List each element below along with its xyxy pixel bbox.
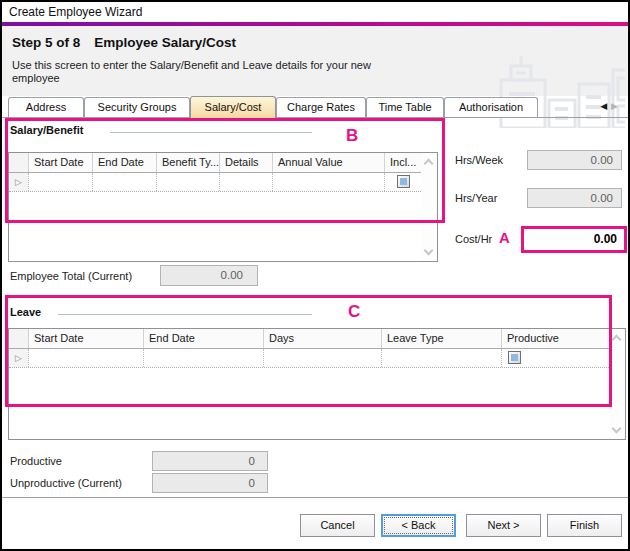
tab-time-table[interactable]: Time Table — [366, 97, 444, 117]
leave-cell-productive — [502, 349, 609, 367]
employee-total-field: 0.00 — [160, 265, 258, 286]
unproductive-label: Unproductive (Current) — [10, 477, 122, 489]
step-number: Step 5 of 8 — [12, 35, 80, 50]
productive-label: Productive — [10, 455, 62, 467]
tab-scroll-arrows: ◀▶ — [600, 101, 622, 111]
cost-hr-label: Cost/Hr — [455, 233, 492, 245]
tab-charge-rates[interactable]: Charge Rates — [276, 97, 366, 117]
annotation-letter-b: B — [346, 126, 358, 146]
salary-col-details[interactable]: Details — [220, 153, 273, 172]
page-title: Employee Salary/Cost — [94, 35, 236, 50]
employee-total-label: Employee Total (Current) — [10, 270, 132, 282]
cancel-button[interactable]: Cancel — [300, 514, 375, 537]
step-heading: Step 5 of 8Employee Salary/Cost — [12, 35, 236, 50]
step-description: Use this screen to enter the Salary/Bene… — [12, 59, 432, 85]
leave-col-start-date[interactable]: Start Date — [29, 329, 144, 348]
leave-cell-days[interactable] — [264, 349, 382, 367]
salary-cell-start-date[interactable] — [29, 173, 93, 191]
hrs-year-field: 0.00 — [527, 188, 622, 208]
salary-grid-corner-cell — [9, 153, 29, 172]
salary-grid-scrollbar[interactable] — [421, 153, 437, 261]
scroll-down-icon[interactable] — [424, 246, 434, 256]
salary-col-benefit-type[interactable]: Benefit Ty... — [157, 153, 220, 172]
leave-col-days[interactable]: Days — [264, 329, 382, 348]
salary-cell-end-date[interactable] — [93, 173, 157, 191]
salary-cell-details[interactable] — [220, 173, 273, 191]
salary-cell-benefit-type[interactable] — [157, 173, 220, 191]
finish-button[interactable]: Finish — [547, 514, 622, 537]
tab-strip-baseline — [2, 117, 628, 118]
salary-col-annual-value[interactable]: Annual Value — [273, 153, 385, 172]
leave-col-leave-type[interactable]: Leave Type — [382, 329, 502, 348]
window-title: Create Employee Wizard — [9, 5, 142, 19]
tab-scroll-right-icon[interactable]: ▶ — [611, 101, 622, 111]
leave-col-productive[interactable]: Productive — [502, 329, 609, 348]
hrs-week-field: 0.00 — [527, 150, 622, 170]
salary-col-end-date[interactable]: End Date — [93, 153, 157, 172]
salary-cell-include — [385, 173, 421, 191]
annotation-letter-c: C — [348, 302, 360, 322]
tab-scroll-left-icon[interactable]: ◀ — [600, 101, 611, 111]
hrs-week-label: Hrs/Week — [455, 154, 503, 166]
productive-field: 0 — [152, 451, 268, 471]
scroll-up-icon[interactable] — [424, 159, 434, 169]
tab-security-groups[interactable]: Security Groups — [84, 97, 190, 117]
tab-salary-cost[interactable]: Salary/Cost — [190, 96, 276, 118]
leave-cell-start-date[interactable] — [29, 349, 144, 367]
include-checkbox[interactable] — [397, 175, 410, 188]
scroll-down-icon[interactable] — [612, 424, 622, 434]
leave-grid-scrollbar[interactable] — [609, 329, 625, 439]
back-button[interactable]: < Back — [381, 514, 456, 537]
unproductive-field: 0 — [152, 473, 268, 493]
salary-benefit-divider — [110, 132, 312, 133]
leave-grid-header: Start Date End Date Days Leave Type Prod… — [9, 329, 625, 349]
salary-row-selector[interactable]: ▷ — [9, 173, 29, 191]
wizard-header: Step 5 of 8Employee Salary/Cost Use this… — [2, 26, 628, 96]
leave-grid-corner-cell — [9, 329, 29, 348]
next-button[interactable]: Next > — [466, 514, 541, 537]
create-employee-wizard-dialog: Create Employee Wizard Step 5 of 8Employ… — [0, 0, 630, 551]
salary-col-start-date[interactable]: Start Date — [29, 153, 93, 172]
leave-grid[interactable]: Start Date End Date Days Leave Type Prod… — [8, 328, 626, 440]
tab-strip: Address Security Groups Salary/Cost Char… — [2, 96, 628, 118]
tab-address[interactable]: Address — [8, 97, 84, 117]
tab-authorisation[interactable]: Authorisation — [444, 97, 538, 117]
leave-col-end-date[interactable]: End Date — [144, 329, 264, 348]
annotation-letter-a: A — [499, 229, 510, 246]
button-bar-separator — [2, 497, 628, 498]
hrs-year-label: Hrs/Year — [455, 192, 497, 204]
leave-section-label: Leave — [10, 306, 41, 318]
leave-row-selector[interactable]: ▷ — [9, 349, 29, 367]
cost-hr-field[interactable]: 0.00 — [525, 230, 623, 249]
leave-cell-leave-type[interactable] — [382, 349, 502, 367]
salary-benefit-section-label: Salary/Benefit — [10, 124, 83, 136]
scroll-up-icon[interactable] — [612, 335, 622, 345]
leave-cell-end-date[interactable] — [144, 349, 264, 367]
salary-grid-header: Start Date End Date Benefit Ty... Detail… — [9, 153, 437, 173]
salary-benefit-grid[interactable]: Start Date End Date Benefit Ty... Detail… — [8, 152, 438, 262]
title-bar: Create Employee Wizard — [2, 2, 628, 22]
leave-divider — [58, 314, 312, 315]
salary-grid-new-row[interactable]: ▷ — [9, 173, 437, 192]
productive-checkbox[interactable] — [508, 351, 521, 364]
salary-cell-annual-value[interactable] — [273, 173, 385, 191]
salary-col-include[interactable]: Incl... — [385, 153, 421, 172]
leave-grid-new-row[interactable]: ▷ — [9, 349, 625, 368]
focus-ring — [384, 517, 453, 534]
